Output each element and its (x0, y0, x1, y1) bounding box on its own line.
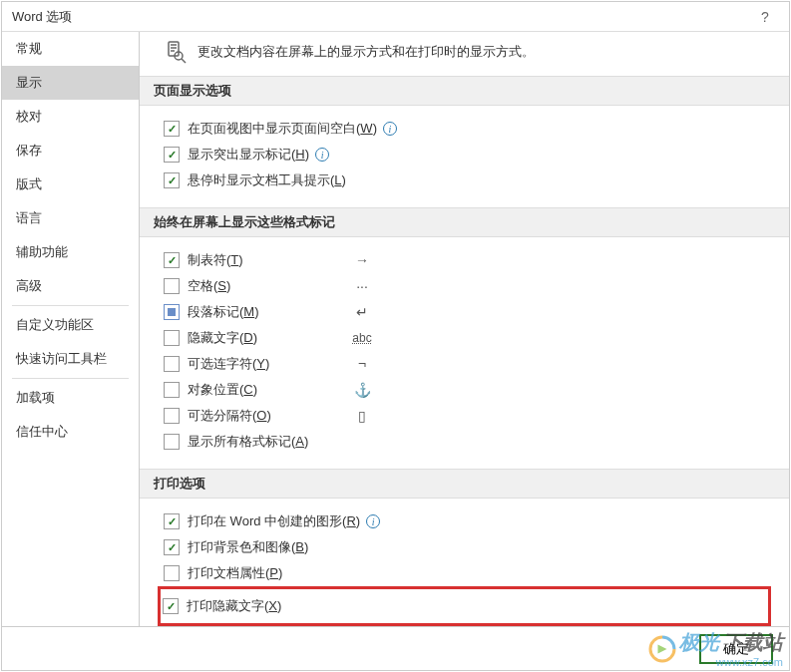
option-label[interactable]: 打印背景色和图像(B) (188, 538, 308, 556)
option-label[interactable]: 打印在 Word 中创建的图形(R) (188, 512, 360, 530)
sidebar-separator (12, 305, 129, 306)
option-label[interactable]: 在页面视图中显示页面间空白(W) (188, 120, 377, 138)
sidebar-item-label: 版式 (16, 176, 42, 191)
option-row: 隐藏文字(D)abc (164, 325, 765, 351)
checkbox[interactable] (164, 539, 180, 555)
section-title-print: 打印选项 (140, 469, 789, 499)
option-row: 空格(S)··· (164, 273, 765, 299)
option-label[interactable]: 显示突出显示标记(H) (188, 146, 309, 164)
option-label[interactable]: 显示所有格式标记(A) (188, 433, 308, 451)
content-header-text: 更改文档内容在屏幕上的显示方式和在打印时的显示方式。 (198, 43, 535, 61)
sidebar-item-6[interactable]: 辅助功能 (2, 235, 139, 269)
option-row: 显示所有格式标记(A) (164, 429, 765, 455)
sidebar-item-label: 自定义功能区 (16, 317, 94, 332)
sidebar-item-7[interactable]: 高级 (2, 269, 139, 303)
format-symbol: ¬ (347, 356, 377, 372)
sidebar-item-2[interactable]: 校对 (2, 100, 139, 134)
option-row: 在页面视图中显示页面间空白(W)i (164, 116, 765, 142)
format-symbol: ↵ (347, 304, 377, 320)
option-row: 段落标记(M)↵ (164, 299, 765, 325)
option-row: 打印文档属性(P) (164, 560, 765, 586)
option-label[interactable]: 制表符(T) (188, 251, 307, 269)
highlight-box: 打印隐藏文字(X) (158, 586, 771, 626)
sidebar-item-10[interactable]: 加载项 (2, 381, 139, 415)
option-label[interactable]: 可选连字符(Y) (188, 355, 307, 373)
sidebar-item-5[interactable]: 语言 (2, 201, 139, 235)
option-label[interactable]: 空格(S) (188, 277, 307, 295)
option-label[interactable]: 打印隐藏文字(X) (187, 597, 306, 615)
checkbox[interactable] (163, 598, 179, 614)
dialog-title: Word 选项 (12, 8, 751, 26)
svg-line-5 (182, 59, 186, 63)
option-label[interactable]: 可选分隔符(O) (188, 407, 307, 425)
sidebar-item-label: 辅助功能 (16, 244, 68, 259)
svg-rect-0 (169, 42, 179, 56)
checkbox[interactable] (164, 172, 180, 188)
checkbox[interactable] (164, 252, 180, 268)
sidebar-item-label: 信任中心 (16, 424, 68, 439)
checkbox[interactable] (164, 513, 180, 529)
section-title-page-display: 页面显示选项 (140, 76, 789, 106)
checkbox[interactable] (164, 382, 180, 398)
option-row: 对象位置(C)⚓ (164, 377, 765, 403)
sidebar: 常规显示校对保存版式语言辅助功能高级自定义功能区快速访问工具栏加载项信任中心 (2, 32, 140, 626)
option-label[interactable]: 打印文档属性(P) (188, 564, 307, 582)
sidebar-separator (12, 378, 129, 379)
ok-button[interactable]: 确定 (699, 634, 773, 664)
format-symbol: → (347, 252, 377, 268)
sidebar-item-4[interactable]: 版式 (2, 168, 139, 201)
content-header: 更改文档内容在屏幕上的显示方式和在打印时的显示方式。 (140, 32, 789, 76)
sidebar-item-label: 保存 (16, 143, 42, 158)
dialog-footer: 确定 (2, 626, 789, 670)
sidebar-item-label: 显示 (16, 75, 42, 90)
help-button[interactable]: ? (751, 9, 779, 25)
option-row: 打印在 Word 中创建的图形(R)i (164, 508, 765, 534)
option-label[interactable]: 段落标记(M) (188, 303, 307, 321)
option-row: 制表符(T)→ (164, 247, 765, 273)
info-icon[interactable]: i (383, 122, 397, 136)
info-icon[interactable]: i (315, 148, 329, 162)
checkbox[interactable] (164, 278, 180, 294)
sidebar-item-label: 加载项 (16, 390, 55, 405)
sidebar-item-label: 常规 (16, 41, 42, 56)
checkbox[interactable] (164, 147, 180, 163)
format-symbol: ··· (347, 278, 377, 294)
checkbox[interactable] (164, 434, 180, 450)
checkbox[interactable] (164, 330, 180, 346)
checkbox[interactable] (164, 304, 180, 320)
sidebar-item-label: 校对 (16, 109, 42, 124)
sidebar-item-11[interactable]: 信任中心 (2, 415, 139, 449)
sidebar-item-9[interactable]: 快速访问工具栏 (2, 342, 139, 376)
format-symbol: abc (347, 331, 377, 345)
option-row: 悬停时显示文档工具提示(L) (164, 168, 765, 193)
section-title-format-marks: 始终在屏幕上显示这些格式标记 (140, 207, 789, 237)
page-view-icon (164, 40, 188, 64)
option-row: 显示突出显示标记(H)i (164, 142, 765, 168)
option-row: 可选连字符(Y)¬ (164, 351, 765, 377)
sidebar-item-8[interactable]: 自定义功能区 (2, 308, 139, 342)
option-row: 可选分隔符(O)▯ (164, 403, 765, 429)
option-row: 打印背景色和图像(B) (164, 534, 765, 560)
checkbox[interactable] (164, 408, 180, 424)
option-label[interactable]: 隐藏文字(D) (188, 329, 307, 347)
option-row: 打印隐藏文字(X) (163, 593, 766, 619)
option-label[interactable]: 对象位置(C) (188, 381, 307, 399)
format-symbol: ⚓ (347, 382, 377, 398)
titlebar: Word 选项 ? (2, 2, 789, 32)
sidebar-item-1[interactable]: 显示 (2, 66, 139, 100)
format-symbol: ▯ (347, 408, 377, 424)
sidebar-item-label: 语言 (16, 210, 42, 225)
info-icon[interactable]: i (366, 514, 380, 528)
checkbox[interactable] (164, 565, 180, 581)
sidebar-item-label: 快速访问工具栏 (16, 351, 107, 366)
sidebar-item-3[interactable]: 保存 (2, 134, 139, 168)
option-label[interactable]: 悬停时显示文档工具提示(L) (188, 171, 346, 189)
checkbox[interactable] (164, 356, 180, 372)
content-pane: 更改文档内容在屏幕上的显示方式和在打印时的显示方式。 页面显示选项 在页面视图中… (140, 32, 789, 626)
sidebar-item-label: 高级 (16, 278, 42, 293)
sidebar-item-0[interactable]: 常规 (2, 32, 139, 66)
checkbox[interactable] (164, 121, 180, 137)
